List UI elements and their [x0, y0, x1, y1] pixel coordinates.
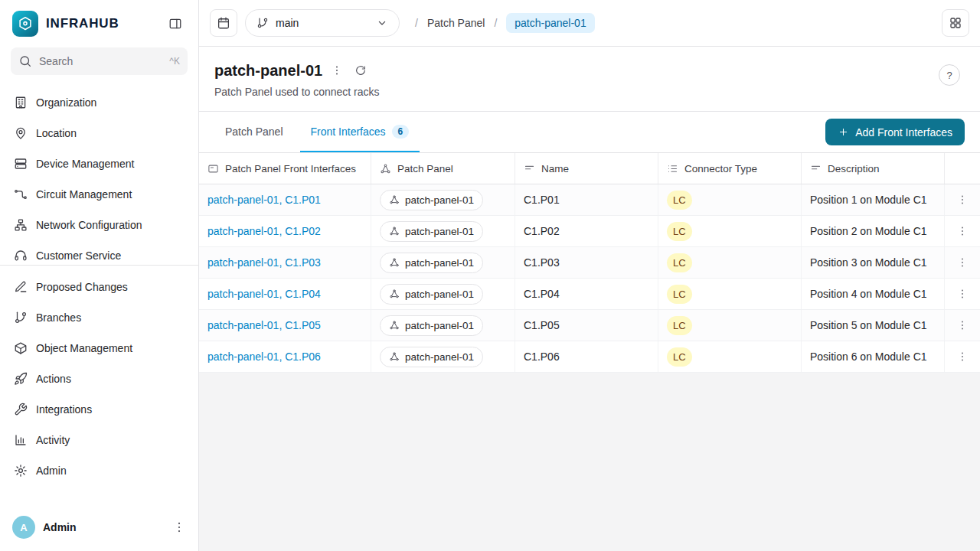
help-button[interactable]: ? [939, 64, 960, 86]
sidebar-item-label: Integrations [36, 403, 92, 416]
column-header-name[interactable]: Name [515, 153, 658, 184]
sidebar-item-network-configuration[interactable]: Network Configuration [6, 210, 192, 240]
column-header-patch-panel[interactable]: Patch Panel [371, 153, 515, 184]
title-actions-kebab-button[interactable] [328, 61, 346, 80]
table-row: patch-panel-01, C1.P06patch-panel-01C1.P… [199, 341, 980, 373]
name-cell: C1.P05 [515, 310, 658, 341]
sidebar-item-object-management[interactable]: Object Management [6, 333, 192, 364]
sidebar-item-proposed-changes[interactable]: Proposed Changes [6, 272, 192, 302]
branch-selector[interactable]: main [245, 9, 400, 37]
name-value: C1.P03 [524, 256, 560, 269]
sidebar-item-label: Location [36, 127, 77, 139]
tab-front-interfaces[interactable]: Front Interfaces 6 [300, 112, 420, 152]
server-icon [14, 157, 28, 171]
interface-cell: patch-panel-01, C1.P04 [199, 279, 371, 309]
search-input[interactable]: Search ^K [11, 47, 188, 75]
patch-panel-pill[interactable]: patch-panel-01 [380, 347, 483, 367]
patch-panel-pill[interactable]: patch-panel-01 [380, 284, 483, 305]
row-actions-kebab-icon[interactable] [956, 225, 969, 237]
refresh-button[interactable] [351, 61, 370, 80]
search-icon [18, 54, 32, 68]
rocket-icon [14, 372, 28, 386]
avatar: A [12, 516, 35, 539]
row-actions-kebab-icon[interactable] [956, 288, 969, 300]
sidebar-item-label: Branches [36, 311, 81, 324]
connector-type-cell: LC [658, 310, 802, 341]
patch-panel-cell: patch-panel-01 [371, 216, 515, 246]
interface-link[interactable]: patch-panel-01, C1.P06 [207, 350, 321, 363]
row-actions-cell [945, 216, 980, 246]
sidebar-item-customer-service[interactable]: Customer Service [6, 240, 192, 265]
breadcrumb-current-pill[interactable]: patch-panel-01 [506, 13, 594, 33]
row-actions-kebab-icon[interactable] [956, 194, 969, 206]
patch-panel-pill[interactable]: patch-panel-01 [380, 221, 483, 242]
interface-link[interactable]: patch-panel-01, C1.P01 [207, 194, 321, 206]
column-label: Name [541, 163, 569, 174]
infrahub-logo[interactable] [12, 11, 38, 37]
row-actions-kebab-icon[interactable] [956, 256, 969, 269]
column-header-patch-panel-front-interfaces[interactable]: Patch Panel Front Interfaces [199, 153, 371, 184]
name-cell: C1.P04 [515, 279, 658, 309]
apps-button[interactable] [942, 9, 969, 37]
add-front-interfaces-button[interactable]: Add Front Interfaces [825, 119, 965, 145]
share-network-icon [389, 351, 400, 362]
description-value: Position 1 on Module C1 [810, 194, 927, 206]
interface-link[interactable]: patch-panel-01, C1.P02 [207, 225, 321, 237]
column-header-description[interactable]: Description [802, 153, 945, 184]
connector-type-badge: LC [667, 191, 692, 210]
kebab-icon [331, 64, 343, 77]
sidebar-collapse-button[interactable] [165, 13, 186, 34]
name-value: C1.P06 [524, 350, 560, 363]
sidebar-item-branches[interactable]: Branches [6, 302, 192, 333]
sidebar-item-organization[interactable]: Organization [6, 87, 192, 118]
interface-link[interactable]: patch-panel-01, C1.P03 [207, 256, 321, 269]
description-cell: Position 6 on Module C1 [802, 341, 945, 372]
breadcrumb-patch-panel[interactable]: Patch Panel [427, 17, 485, 29]
interface-link[interactable]: patch-panel-01, C1.P05 [207, 319, 321, 331]
tab-patch-panel[interactable]: Patch Panel [214, 112, 294, 152]
page-subtitle: Patch Panel used to connect racks [214, 86, 965, 98]
connector-type-cell: LC [658, 279, 802, 309]
sidebar-item-label: Object Management [36, 342, 132, 354]
plus-icon [838, 126, 849, 138]
patch-panel-pill[interactable]: patch-panel-01 [380, 190, 483, 210]
user-menu-kebab-icon[interactable] [172, 520, 186, 534]
logo-row: INFRAHUB [0, 9, 198, 47]
table-row: patch-panel-01, C1.P05patch-panel-01C1.P… [199, 310, 980, 341]
content-background [199, 373, 980, 551]
patch-panel-pill[interactable]: patch-panel-01 [380, 253, 483, 273]
patch-panel-cell: patch-panel-01 [371, 279, 515, 309]
circuit-icon [14, 187, 28, 201]
sidebar-item-admin[interactable]: Admin [6, 455, 192, 486]
table-row: patch-panel-01, C1.P03patch-panel-01C1.P… [199, 247, 980, 279]
sidebar-item-device-management[interactable]: Device Management [6, 148, 192, 179]
time-travel-button[interactable] [210, 9, 237, 37]
patch-panel-pill-label: patch-panel-01 [405, 194, 474, 206]
patch-panel-pill-label: patch-panel-01 [405, 257, 474, 269]
connector-type-cell: LC [658, 341, 802, 372]
interface-link[interactable]: patch-panel-01, C1.P04 [207, 288, 321, 300]
git-branch-icon [256, 17, 269, 29]
row-actions-cell [945, 184, 980, 215]
row-actions-kebab-icon[interactable] [956, 350, 969, 363]
card-icon [207, 163, 219, 174]
sidebar-item-label: Circuit Management [36, 188, 132, 201]
patch-panel-pill-label: patch-panel-01 [405, 320, 474, 331]
name-cell: C1.P03 [515, 247, 658, 278]
patch-panel-pill[interactable]: patch-panel-01 [380, 315, 483, 336]
sidebar-item-integrations[interactable]: Integrations [6, 394, 192, 425]
name-cell: C1.P06 [515, 341, 658, 372]
building-icon [14, 96, 28, 109]
sidebar-item-actions[interactable]: Actions [6, 364, 192, 394]
row-actions-kebab-icon[interactable] [956, 319, 969, 331]
sidebar-item-location[interactable]: Location [6, 118, 192, 148]
sidebar-item-label: Network Configuration [36, 219, 142, 231]
table-row: patch-panel-01, C1.P01patch-panel-01C1.P… [199, 184, 980, 216]
interface-cell: patch-panel-01, C1.P01 [199, 184, 371, 215]
sidebar-item-activity[interactable]: Activity [6, 425, 192, 455]
text-icon [524, 163, 535, 174]
column-header-connector-type[interactable]: Connector Type [658, 153, 802, 184]
sidebar-item-circuit-management[interactable]: Circuit Management [6, 179, 192, 210]
row-actions-cell [945, 247, 980, 278]
branch-name: main [276, 17, 299, 29]
